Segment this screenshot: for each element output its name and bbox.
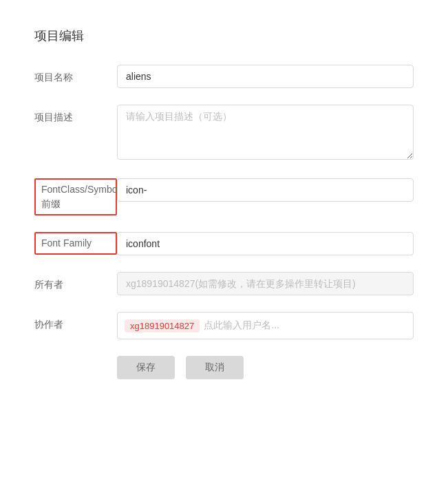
collaborator-label: 协作者 (34, 312, 117, 332)
owner-row: 所有者 (34, 272, 414, 295)
project-name-input[interactable] (117, 65, 414, 88)
collaborator-placeholder[interactable]: 点此输入用户名... (204, 319, 406, 332)
page-title: 项目编辑 (34, 28, 414, 44)
cancel-button[interactable]: 取消 (186, 356, 244, 379)
project-desc-textarea[interactable] (117, 105, 414, 160)
project-desc-row: 项目描述 (34, 105, 414, 162)
font-family-row: Font Family (34, 232, 414, 255)
collaborator-input-wrap[interactable]: xg18919014827 点此输入用户名... (117, 312, 414, 339)
project-name-label: 项目名称 (34, 65, 117, 85)
owner-control (117, 272, 414, 295)
owner-input (117, 272, 414, 295)
form-buttons: 保存 取消 (34, 356, 414, 379)
project-name-control (117, 65, 414, 88)
save-button[interactable]: 保存 (117, 356, 175, 379)
collaborator-row: 协作者 xg18919014827 点此输入用户名... (34, 312, 414, 339)
owner-label: 所有者 (34, 272, 117, 292)
project-name-row: 项目名称 (34, 65, 414, 88)
page-container: 项目编辑 项目名称 项目描述 FontClass/Symbol 前缀 Font … (0, 0, 448, 407)
font-class-row: FontClass/Symbol 前缀 (34, 178, 414, 215)
collaborator-control: xg18919014827 点此输入用户名... (117, 312, 414, 339)
collaborator-tag: xg18919014827 (125, 319, 200, 332)
font-class-label: FontClass/Symbol 前缀 (34, 178, 117, 215)
font-family-input[interactable] (117, 232, 414, 255)
font-class-input[interactable] (117, 178, 414, 202)
font-class-control (117, 178, 414, 202)
font-family-label: Font Family (34, 232, 117, 255)
project-desc-label: 项目描述 (34, 105, 117, 125)
font-family-control (117, 232, 414, 255)
project-desc-control (117, 105, 414, 162)
